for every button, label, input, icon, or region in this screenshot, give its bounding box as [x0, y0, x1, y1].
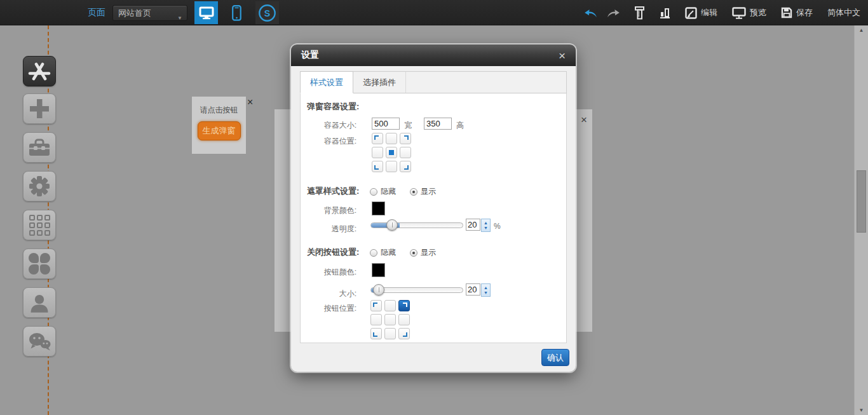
toolbox-icon: [28, 139, 51, 157]
container-pos-bottom-left[interactable]: [372, 161, 383, 172]
redo-button[interactable]: [607, 8, 620, 18]
container-height-input[interactable]: [424, 118, 452, 130]
edit-button[interactable]: 编辑: [685, 7, 717, 19]
statistics-button[interactable]: [660, 7, 670, 18]
preview-monitor-icon: [732, 7, 746, 19]
dialog-header: 设置 ×: [291, 44, 576, 66]
spinner-up-icon[interactable]: ▲: [484, 221, 488, 226]
slider-thumb[interactable]: [386, 219, 398, 231]
page-dropdown[interactable]: 网站首页 ▼: [112, 5, 187, 21]
widget-close-icon[interactable]: ×: [247, 97, 253, 108]
btn-pos-center[interactable]: [384, 314, 396, 325]
close-btn-show-radio[interactable]: 显示: [410, 247, 436, 258]
preview-button[interactable]: 预览: [732, 7, 766, 19]
sidebar-item-settings[interactable]: [23, 171, 56, 201]
page-scrollbar[interactable]: ▲ ▼: [854, 25, 868, 415]
edit-label: 编辑: [701, 7, 717, 18]
container-pos-top-right[interactable]: [400, 133, 411, 144]
mask-opacity-slider[interactable]: [370, 222, 463, 228]
btn-pos-top[interactable]: [384, 300, 396, 311]
tab-select-plugin[interactable]: 选择插件: [353, 72, 406, 93]
language-selector[interactable]: 简体中文: [827, 7, 860, 18]
device-desktop-button[interactable]: [194, 1, 218, 24]
editor-canvas: × 请点击按钮 生成弹窗 × ▲ ▼ 设置 × 样式设置 选择插件: [0, 25, 868, 415]
mask-show-label: 显示: [421, 186, 436, 197]
close-btn-size-slider[interactable]: [370, 287, 463, 293]
radio-selected-icon: [410, 249, 417, 257]
sidebar-item-wechat[interactable]: [23, 326, 56, 357]
opacity-unit-label: %: [494, 222, 501, 231]
container-pos-right[interactable]: [400, 147, 411, 158]
container-pos-bottom[interactable]: [386, 161, 397, 172]
mask-bg-color-swatch[interactable]: [372, 201, 385, 215]
svg-text:S: S: [264, 8, 270, 18]
container-width-input[interactable]: [372, 118, 400, 130]
container-size-label: 容器大小:: [301, 120, 356, 131]
mask-hide-radio[interactable]: 隐藏: [370, 186, 396, 197]
sidebar-item-add[interactable]: [23, 93, 56, 124]
btn-pos-bottom[interactable]: [384, 328, 396, 339]
container-position-label: 容器位置:: [301, 136, 356, 147]
close-btn-color-swatch[interactable]: [372, 263, 385, 277]
tab-style-settings[interactable]: 样式设置: [300, 71, 353, 93]
btn-pos-bottom-right[interactable]: [398, 328, 410, 339]
sidebar-item-user[interactable]: [23, 287, 56, 318]
width-unit-label: 宽: [404, 120, 412, 131]
mask-section-title: 遮罩样式设置:: [307, 186, 359, 197]
dialog-tabs: 样式设置 选择插件: [300, 71, 567, 93]
scroll-down-icon[interactable]: ▼: [855, 407, 868, 413]
btn-pos-top-right-selected[interactable]: [398, 300, 410, 311]
close-btn-hide-radio[interactable]: 隐藏: [370, 247, 396, 258]
user-icon: [28, 292, 51, 313]
circle-s-icon: S: [258, 4, 276, 22]
slider-thumb[interactable]: [373, 284, 384, 296]
scroll-up-icon[interactable]: ▲: [855, 27, 868, 33]
mask-show-radio[interactable]: 显示: [410, 186, 436, 197]
close-btn-hide-label: 隐藏: [381, 247, 396, 258]
popup-preview-close-icon[interactable]: ×: [581, 114, 587, 126]
radio-selected-icon: [410, 188, 417, 196]
close-btn-show-label: 显示: [421, 247, 436, 258]
ruler-button[interactable]: [635, 6, 645, 20]
generate-popup-button[interactable]: 生成弹窗: [198, 121, 241, 140]
bar-chart-icon: [660, 7, 670, 18]
undo-button[interactable]: [584, 8, 597, 18]
spinner-down-icon[interactable]: ▼: [484, 290, 488, 296]
app-market-icon: [27, 62, 51, 81]
spinner-down-icon[interactable]: ▼: [484, 226, 488, 231]
close-button-section-title: 关闭按钮设置:: [307, 247, 359, 258]
btn-pos-top-left[interactable]: [370, 300, 382, 311]
undo-icon: [584, 8, 597, 18]
save-button[interactable]: 保存: [781, 7, 813, 18]
radio-icon: [370, 188, 377, 196]
dialog-title: 设置: [301, 50, 319, 61]
container-pos-left[interactable]: [372, 147, 383, 158]
container-pos-top[interactable]: [386, 133, 397, 144]
sidebar-item-app-market[interactable]: [23, 56, 56, 86]
btn-pos-left[interactable]: [370, 314, 382, 325]
scrollbar-thumb[interactable]: [857, 170, 866, 233]
close-btn-size-input[interactable]: [466, 283, 480, 296]
spinner-up-icon[interactable]: ▲: [484, 285, 488, 290]
wechat-icon: [27, 332, 51, 351]
mask-opacity-input[interactable]: [466, 219, 480, 231]
confirm-button[interactable]: 确认: [541, 349, 569, 366]
save-floppy-icon: [781, 7, 792, 18]
mask-opacity-spinner: ▲ ▼: [481, 219, 491, 232]
container-pos-center-selected[interactable]: [386, 147, 397, 158]
sidebar-item-modules[interactable]: [23, 210, 56, 240]
container-pos-top-left[interactable]: [372, 133, 383, 144]
dialog-close-icon[interactable]: ×: [559, 50, 566, 62]
device-sync-button[interactable]: S: [255, 1, 279, 24]
sidebar-item-plugins[interactable]: [23, 248, 56, 279]
sidebar-item-toolbox[interactable]: [23, 132, 56, 163]
container-pos-bottom-right[interactable]: [400, 161, 411, 172]
device-mobile-button[interactable]: [225, 1, 248, 24]
btn-pos-bottom-left[interactable]: [370, 328, 382, 339]
btn-pos-right[interactable]: [398, 314, 410, 325]
height-unit-label: 高: [456, 120, 464, 131]
popup-plugin-widget[interactable]: 请点击按钮 生成弹窗: [192, 97, 246, 154]
container-position-grid: [372, 133, 411, 172]
container-section-title: 弹窗容器设置:: [307, 101, 359, 112]
mobile-phone-icon: [232, 5, 241, 21]
